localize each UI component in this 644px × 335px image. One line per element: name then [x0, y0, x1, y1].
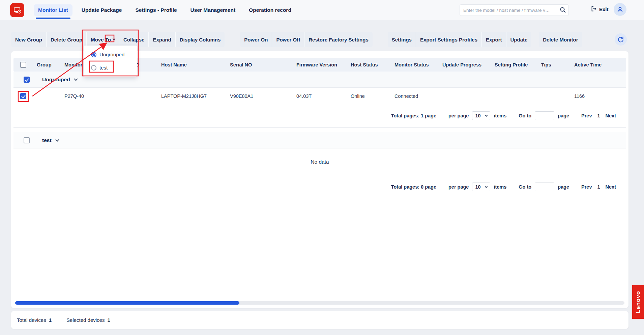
user-avatar-button[interactable] — [614, 3, 626, 16]
refresh-button[interactable] — [615, 33, 627, 46]
cell-host-status: Online — [347, 88, 391, 105]
group-checkbox-test[interactable] — [24, 137, 30, 143]
exit-label: Exit — [599, 6, 609, 12]
group-name: test — [42, 137, 52, 143]
col-active-time: Active Time — [571, 58, 626, 72]
section-divider — [13, 200, 626, 200]
table-row[interactable]: P27Q-40 LAPTOP-M21J8HG7 V90E80A1 04.03T … — [13, 88, 626, 105]
col-host-status: Host Status — [347, 58, 391, 72]
goto-page-input[interactable] — [535, 111, 554, 120]
group-collapse-chevron-icon[interactable] — [55, 138, 59, 141]
total-pages-label: Total pages: 1 page — [391, 113, 436, 118]
restore-factory-settings-button[interactable]: Restore Factory Settings — [304, 32, 373, 47]
prev-page-button[interactable]: Prev — [581, 184, 592, 190]
selected-devices-value: 1 — [107, 317, 110, 323]
group-name: Ungrouped — [42, 77, 70, 83]
select-all-checkbox[interactable] — [20, 62, 26, 68]
exit-button[interactable]: Exit — [591, 6, 609, 13]
tab-settings-profile[interactable]: Settings - Profile — [131, 4, 181, 16]
settings-actions: Settings Export Settings Profiles Export… — [388, 32, 532, 47]
total-pages-label: Total pages: 0 page — [391, 184, 436, 190]
app-logo-icon — [10, 3, 24, 17]
total-devices-value: 1 — [49, 317, 52, 323]
col-monitor-status: Monitor Status — [391, 58, 439, 72]
col-group: Group — [33, 58, 61, 72]
radio-unselected-icon[interactable] — [91, 65, 96, 71]
power-actions: Power On Power Off Restore Factory Setti… — [240, 32, 372, 47]
per-page-select[interactable]: 10 — [472, 111, 490, 120]
pagination-ungrouped: Total pages: 1 page per page 10 items Go… — [13, 109, 626, 122]
update-button[interactable]: Update — [506, 32, 532, 47]
group-row-test[interactable]: test — [13, 132, 626, 148]
footer-bar: Total devices 1 Selected devices 1 — [11, 311, 628, 329]
monitor-table: Group Monitor Name ID Host Name Serial N… — [13, 58, 626, 200]
exit-icon — [591, 6, 597, 13]
total-devices-label: Total devices — [17, 317, 46, 323]
horizontal-scrollbar[interactable] — [15, 301, 624, 305]
refresh-icon — [617, 36, 624, 43]
goto-page-input[interactable] — [535, 183, 554, 191]
dropdown-option-test[interactable]: test — [84, 61, 137, 74]
cell-serial-no: V90E80A1 — [227, 88, 293, 105]
tab-monitor-list[interactable]: Monitor List — [34, 4, 72, 16]
next-page-button[interactable]: Next — [606, 184, 616, 190]
tab-user-management[interactable]: User Management — [186, 4, 240, 16]
scrollbar-thumb[interactable] — [15, 301, 239, 305]
search-input[interactable] — [460, 4, 569, 16]
monitor-manager-window: Monitor List Update Package Settings - P… — [0, 0, 644, 335]
main-nav-tabs: Monitor List Update Package Settings - P… — [34, 4, 296, 16]
per-page-select[interactable]: 10 — [472, 183, 490, 191]
no-data-message: No data — [13, 152, 626, 171]
chevron-down-icon — [485, 185, 488, 188]
dropdown-option-ungrouped[interactable]: Ungrouped — [84, 48, 137, 61]
group-collapse-chevron-icon[interactable] — [74, 77, 78, 81]
col-setting-profile: Setting Profile — [491, 58, 538, 72]
col-host-name: Host Name — [158, 58, 227, 72]
col-update-progress: Update Progress — [439, 58, 491, 72]
row-checkbox[interactable] — [20, 93, 26, 99]
move-to-dropdown: Ungrouped test — [84, 46, 137, 77]
col-firmware-version: Firmware Version — [293, 58, 347, 72]
tab-update-package[interactable]: Update Package — [77, 4, 126, 16]
cell-firmware-version: 04.03T — [293, 88, 347, 105]
settings-button[interactable]: Settings — [388, 32, 416, 47]
prev-page-button[interactable]: Prev — [581, 113, 592, 118]
delete-monitor-button[interactable]: Delete Monitor — [539, 32, 582, 47]
user-icon — [617, 6, 623, 13]
toolbar: New Group Delete Group Move To Collapse … — [11, 32, 634, 47]
search-box — [460, 4, 569, 16]
cell-monitor-name: P27Q-40 — [61, 88, 131, 105]
expand-button[interactable]: Expand — [149, 32, 175, 47]
radio-selected-icon[interactable] — [91, 52, 96, 57]
lenovo-logo: Lenovo — [632, 285, 644, 319]
page-number[interactable]: 1 — [597, 184, 600, 190]
section-divider — [13, 127, 626, 128]
export-button[interactable]: Export — [482, 32, 506, 47]
search-icon[interactable] — [560, 7, 566, 15]
chevron-down-icon — [113, 37, 115, 40]
cell-host-name: LAPTOP-M21J8HG7 — [158, 88, 227, 105]
display-columns-button[interactable]: Display Columns — [176, 32, 225, 47]
move-to-button[interactable]: Move To — [87, 32, 119, 47]
cell-active-time: 1166 — [571, 88, 626, 105]
top-bar: Monitor List Update Package Settings - P… — [0, 0, 644, 20]
delete-actions: Delete Monitor — [539, 32, 582, 47]
col-serial-no: Serial NO — [227, 58, 293, 72]
power-off-button[interactable]: Power Off — [272, 32, 304, 47]
page-number[interactable]: 1 — [597, 113, 600, 118]
delete-group-button[interactable]: Delete Group — [47, 32, 87, 47]
group-checkbox-ungrouped[interactable] — [24, 77, 30, 83]
new-group-button[interactable]: New Group — [11, 32, 47, 47]
collapse-button[interactable]: Collapse — [119, 32, 149, 47]
export-settings-profiles-button[interactable]: Export Settings Profiles — [416, 32, 482, 47]
power-on-button[interactable]: Power On — [240, 32, 272, 47]
cell-monitor-status: Connected — [391, 88, 439, 105]
tab-operation-record[interactable]: Operation record — [244, 4, 296, 16]
next-page-button[interactable]: Next — [606, 113, 616, 118]
group-actions: New Group Delete Group Move To Collapse … — [11, 32, 225, 47]
selected-devices-label: Selected devices — [66, 317, 105, 323]
col-tips: Tips — [538, 58, 571, 72]
pagination-test: Total pages: 0 page per page 10 items Go… — [13, 180, 626, 194]
monitor-list-card: Group Monitor Name ID Host Name Serial N… — [11, 51, 628, 308]
chevron-down-icon — [485, 114, 488, 116]
